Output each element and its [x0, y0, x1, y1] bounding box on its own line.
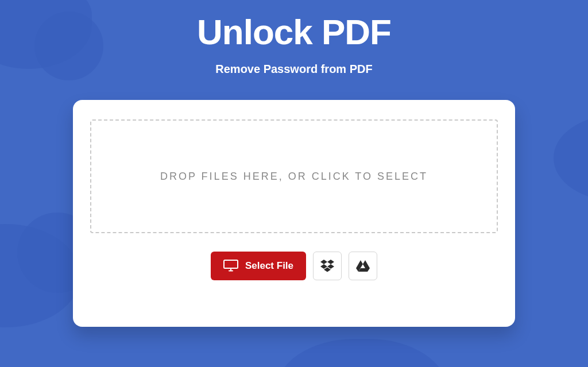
select-file-label: Select File	[245, 260, 293, 272]
dropbox-button[interactable]	[313, 252, 342, 280]
page-subtitle: Remove Password from PDF	[215, 63, 372, 76]
select-file-button[interactable]: Select File	[211, 252, 306, 280]
svg-rect-0	[224, 260, 238, 268]
dropzone-label: DROP FILES HERE, OR CLICK TO SELECT	[160, 171, 428, 183]
button-row: Select File	[211, 252, 377, 280]
decorative-cloud	[276, 339, 448, 367]
monitor-icon	[223, 260, 238, 272]
svg-marker-3	[320, 260, 327, 264]
upload-card: DROP FILES HERE, OR CLICK TO SELECT Sele…	[73, 100, 515, 327]
page-title: Unlock PDF	[197, 11, 391, 52]
file-dropzone[interactable]: DROP FILES HERE, OR CLICK TO SELECT	[90, 119, 498, 233]
google-drive-icon	[356, 260, 370, 272]
svg-marker-4	[327, 260, 334, 264]
google-drive-button[interactable]	[349, 252, 377, 280]
dropbox-icon	[320, 260, 334, 272]
